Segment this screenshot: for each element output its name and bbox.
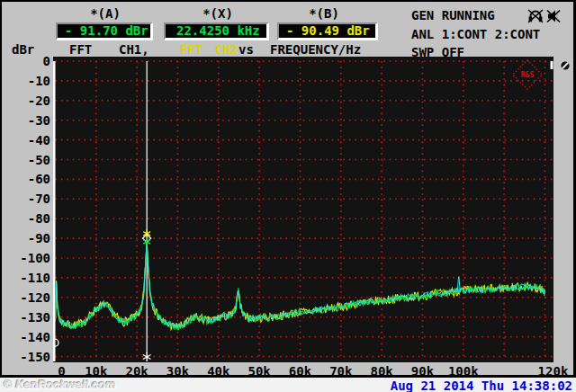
vs-label: vs: [238, 42, 254, 57]
y-tick-label: -80: [2, 211, 50, 226]
marker-a-label: *(A): [90, 6, 121, 21]
axis-end-notch: [551, 61, 554, 69]
speaker-muted-icon: [546, 9, 562, 27]
y-tick-label: -100: [2, 251, 50, 265]
fft-spectrum-chart: R&S: [53, 57, 554, 362]
trace1-ch-label: CH1,: [119, 42, 149, 57]
spectrum-plot: R&S: [53, 57, 554, 362]
marker-b-label: *(B): [309, 6, 339, 21]
capture-datetime: Aug 21 2014 Thu 14:38:02: [391, 379, 572, 392]
y-tick-label: -40: [2, 133, 50, 147]
trace2-ch-label: CH2: [215, 42, 238, 57]
y-tick-label: -50: [2, 153, 50, 167]
asterisk-marker: [143, 352, 151, 361]
svg-text:R&S: R&S: [521, 71, 535, 79]
x-axis-unit-label: FREQUENCY/Hz: [270, 42, 361, 57]
y-tick-label: -110: [2, 271, 50, 285]
knob-icon: [560, 58, 571, 75]
marker-x-value: 22.4250 kHz: [164, 22, 269, 40]
trace1-fft-label: FFT: [69, 42, 92, 57]
y-tick-label: -90: [2, 231, 50, 245]
watermark-text: © KenRockwell.com: [4, 378, 115, 391]
trace2-fft-label: FFT: [180, 42, 202, 57]
marker-x-label: *(X): [202, 6, 233, 21]
y-tick-label: 0: [2, 54, 50, 68]
y-tick-label: -130: [2, 310, 50, 325]
rs-logo-icon: R&S: [513, 60, 543, 90]
marker-b-value: - 90.49 dBr: [277, 22, 378, 40]
y-tick-label: -120: [2, 290, 50, 305]
y-tick-label: -20: [2, 94, 50, 108]
marker-a-value: - 91.70 dBr: [56, 22, 153, 40]
y-axis-line: [53, 61, 56, 361]
instrument-screen: *(A) *(X) *(B) - 91.70 dBr 22.4250 kHz -…: [2, 2, 573, 376]
asterisk-marker: [143, 237, 150, 245]
y-tick-label: -70: [2, 192, 50, 206]
y-tick-label: -140: [2, 330, 50, 344]
footer-strip: © KenRockwell.com Aug 21 2014 Thu 14:38:…: [0, 378, 576, 392]
y-tick-label: -60: [2, 172, 50, 186]
headphones-muted-icon: [527, 9, 544, 27]
generator-status: GEN RUNNING: [411, 8, 495, 22]
analyzer-status: ANL 1:CONT 2:CONT: [411, 27, 540, 41]
y-tick-label: -150: [2, 350, 50, 364]
analyzer-screenshot: *(A) *(X) *(B) - 91.70 dBr 22.4250 kHz -…: [0, 0, 576, 392]
y-tick-label: -30: [2, 113, 50, 128]
y-tick-label: -10: [2, 74, 50, 88]
